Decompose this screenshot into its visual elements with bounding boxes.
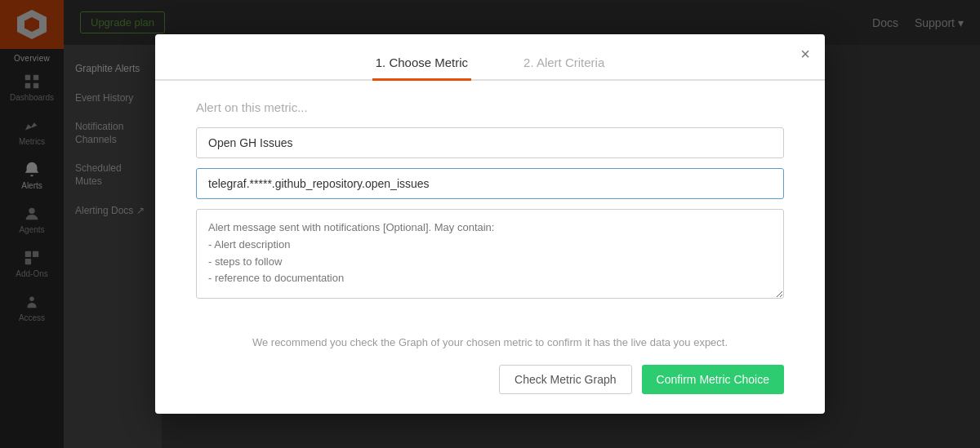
confirm-metric-choice-button[interactable]: Confirm Metric Choice bbox=[642, 365, 784, 394]
metric-name-input[interactable] bbox=[196, 127, 784, 158]
close-button[interactable]: × bbox=[800, 46, 810, 62]
recommend-text: We recommend you check the Graph of your… bbox=[155, 336, 825, 348]
modal-overlay: × 1. Choose Metric 2. Alert Criteria Ale… bbox=[0, 0, 980, 448]
modal-tabs: 1. Choose Metric 2. Alert Criteria bbox=[155, 34, 825, 81]
message-textarea[interactable] bbox=[196, 209, 784, 299]
tab-alert-criteria[interactable]: 2. Alert Criteria bbox=[520, 47, 608, 79]
modal-body: Alert on this metric... bbox=[155, 81, 825, 322]
metric-path-input[interactable] bbox=[196, 168, 784, 199]
modal-footer: Check Metric Graph Confirm Metric Choice bbox=[155, 365, 825, 414]
tab-choose-metric[interactable]: 1. Choose Metric bbox=[372, 47, 471, 79]
modal: × 1. Choose Metric 2. Alert Criteria Ale… bbox=[155, 34, 825, 414]
check-metric-graph-button[interactable]: Check Metric Graph bbox=[499, 365, 631, 394]
section-title: Alert on this metric... bbox=[196, 100, 784, 114]
